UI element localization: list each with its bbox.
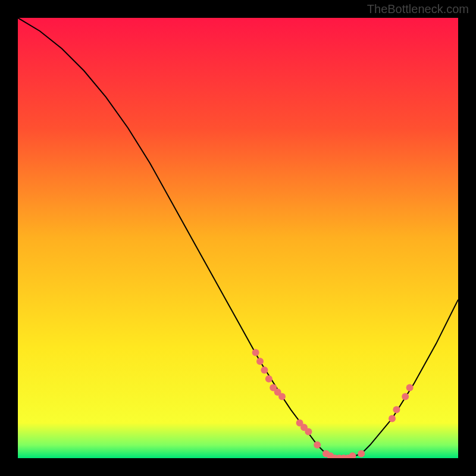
gradient-background	[18, 18, 458, 458]
highlight-point	[393, 406, 400, 414]
highlight-point	[252, 349, 259, 356]
highlight-point	[402, 393, 409, 400]
highlight-point	[314, 441, 321, 449]
chart-svg	[18, 18, 458, 458]
highlight-point	[261, 367, 268, 374]
watermark-text: TheBottleneck.com	[367, 2, 469, 16]
highlight-point	[265, 375, 273, 383]
highlight-point	[305, 428, 312, 436]
highlight-point	[256, 358, 264, 365]
highlight-point	[406, 384, 414, 392]
highlight-point	[278, 393, 286, 400]
highlight-point	[358, 450, 365, 458]
highlight-point	[389, 415, 396, 422]
chart-plot-area	[18, 18, 458, 458]
